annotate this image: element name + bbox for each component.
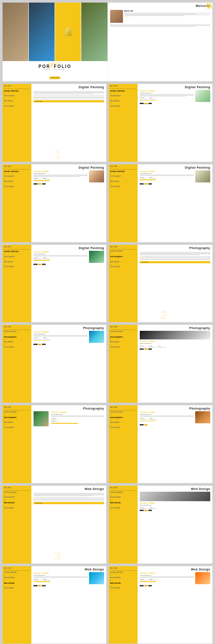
wd3-title: Web Design xyxy=(34,568,104,571)
ph3-image xyxy=(140,331,210,339)
wd4-title: Web Design xyxy=(140,568,210,571)
tag-1: TAG xyxy=(140,103,143,104)
ph5-image xyxy=(195,411,210,423)
content-dp4: Digital Painting PROJECT NAME SHORT DESC… xyxy=(138,164,212,242)
dp4-image xyxy=(195,170,210,182)
content-ph-intro: Photography 2 LEARN MORE xyxy=(138,245,212,323)
dp4-title: Digital Painting xyxy=(140,166,210,169)
tag-3: TAG xyxy=(148,103,152,104)
wd2-image xyxy=(140,492,210,501)
content-dp2: Digital Painting PROJECT NAME SHORT DESC… xyxy=(138,84,212,162)
sidebar-dp1: WELCOME DIGITAL PAINTING + PHOTOGRAPHY +… xyxy=(3,84,31,162)
wd2-title: Web Design xyxy=(140,487,210,490)
dp3-project-name: PROJECT NAME xyxy=(34,170,88,173)
cover-name: NAME LASTNAME xyxy=(6,69,104,71)
sidebar-dp5: WELCOME DIGITAL PAINTING + PHOTOGRAPHY +… xyxy=(3,245,31,323)
slide-web-design-intro: WELCOME DIGITAL PAINTING + PHOTOGRAPHY +… xyxy=(3,486,106,564)
sidebar-wd2: WELCOME DIGITAL PAINTING + PHOTOGRAPHY +… xyxy=(109,486,138,564)
diagonal-pattern xyxy=(206,3,212,9)
cover-learn-more-button[interactable]: LEARN MORE xyxy=(49,77,60,79)
slides-grid: INTERACTIVE PORTFOLIO NAME LASTNAME LEAR… xyxy=(0,0,215,644)
sidebar-ph2: WELCOME DIGITAL PAINTING + PHOTOGRAPHY +… xyxy=(3,325,31,403)
cover-title: PORTFOLIO xyxy=(6,65,104,69)
dp5-image xyxy=(89,251,104,263)
sidebar-ph4: WELCOME DIGITAL PAINTING + PHOTOGRAPHY +… xyxy=(3,405,31,483)
dp4-project-name: PROJECT NAME xyxy=(140,170,194,173)
ph5-title: Photography xyxy=(140,407,210,410)
section-number-2: 2 xyxy=(160,308,168,321)
wd4-image xyxy=(195,572,210,584)
slide-web-design-4: WELCOME DIGITAL PAINTING + PHOTOGRAPHY +… xyxy=(109,566,212,644)
content-wd4: Web Design PROJECT NAME SHORT DESCRIPTIO… xyxy=(138,566,212,644)
sidebar-wd3: WELCOME DIGITAL PAINTING + PHOTOGRAPHY +… xyxy=(3,566,31,644)
ph3-title: Photography xyxy=(140,327,210,330)
slide-photography-3: WELCOME DIGITAL PAINTING + PHOTOGRAPHY +… xyxy=(109,325,212,403)
content-wd-intro: Web Design 3 LEARN MORE xyxy=(31,486,106,564)
slide-photography-5: WELCOME DIGITAL PAINTING + PHOTOGRAPHY +… xyxy=(109,405,212,483)
dp2-image xyxy=(195,90,210,102)
slide-web-design-2: WELCOME DIGITAL PAINTING + PHOTOGRAPHY +… xyxy=(109,486,212,564)
ph4-title: Photography xyxy=(34,407,104,410)
dp3-image xyxy=(89,170,104,182)
dp5-title: Digital Painting xyxy=(34,247,104,250)
section-number-1: 1 xyxy=(54,148,61,161)
dp3-title: Digital Painting xyxy=(34,166,104,169)
slide-digital-painting-5: WELCOME DIGITAL PAINTING + PHOTOGRAPHY +… xyxy=(3,245,106,323)
sidebar-dp4: WELCOME DIGITAL PAINTING + PHOTOGRAPHY +… xyxy=(109,164,138,242)
welcome-title: Welcome xyxy=(110,4,211,7)
content-wd3: Web Design PROJECT NAME SHORT DESCRIPTIO… xyxy=(31,566,106,644)
slide-photography-4: WELCOME DIGITAL PAINTING + PHOTOGRAPHY +… xyxy=(3,405,106,483)
content-ph5: Photography PROJECT NAME SHORT DESCRIPTI… xyxy=(138,405,212,483)
dp1-title: Digital Painting xyxy=(34,86,104,89)
wd-intro-title: Web Design xyxy=(34,487,104,490)
sidebar-wd4: WELCOME DIGITAL PAINTING + PHOTOGRAPHY +… xyxy=(109,566,138,644)
content-ph3: Photography PROJECT NAME SHORT DESCRIPTI… xyxy=(138,325,212,403)
sidebar-wd-intro: WELCOME DIGITAL PAINTING + PHOTOGRAPHY +… xyxy=(3,486,31,564)
dp5-project-name: PROJECT NAME xyxy=(34,251,88,253)
dp2-project-name: PROJECT NAME xyxy=(140,90,194,92)
content-ph4: Photography PROJECT NAME SHORT DESCRIPTI… xyxy=(31,405,106,483)
slide-digital-painting-2: WELCOME DIGITAL PAINTING + PHOTOGRAPHY +… xyxy=(109,84,212,162)
wd-learn-more-button[interactable]: LEARN MORE xyxy=(34,502,104,504)
slide-cover: INTERACTIVE PORTFOLIO NAME LASTNAME LEAR… xyxy=(3,3,212,81)
about-me-title: ABOUT ME xyxy=(124,10,211,12)
welcome-photo xyxy=(110,10,123,23)
sidebar-dp3: WELCOME DIGITAL PAINTING + PHOTOGRAPHY +… xyxy=(3,164,31,242)
slide-digital-painting-3: WELCOME DIGITAL PAINTING + PHOTOGRAPHY +… xyxy=(3,164,106,242)
sidebar-ph5: WELCOME DIGITAL PAINTING + PHOTOGRAPHY +… xyxy=(109,405,138,483)
section-number-3: 3 xyxy=(54,550,61,563)
ph-learn-more-button[interactable]: LEARN MORE xyxy=(140,261,210,263)
content-wd2: Web Design PROJECT NAME SHORT DESCRIPTIO… xyxy=(138,486,212,564)
content-dp3: Digital Painting PROJECT NAME SHORT DESC… xyxy=(31,164,106,242)
content-ph2: Photography PROJECT NAME SHORT DESCRIPTI… xyxy=(31,325,106,403)
sidebar-ph-intro: WELCOME DIGITAL PAINTING + PHOTOGRAPHY +… xyxy=(109,245,138,323)
content-dp1: Digital Painting 1 LEARN MORE xyxy=(31,84,106,162)
dp1-learn-more-button[interactable]: LEARN MORE xyxy=(34,100,104,102)
slide-photography-intro: WELCOME DIGITAL PAINTING + PHOTOGRAPHY +… xyxy=(109,245,212,323)
slide-photography-2: WELCOME DIGITAL PAINTING + PHOTOGRAPHY +… xyxy=(3,325,106,403)
ph-intro-title: Photography xyxy=(140,247,210,250)
sidebar-ph3: WELCOME DIGITAL PAINTING + PHOTOGRAPHY +… xyxy=(109,325,138,403)
ph2-title: Photography xyxy=(34,327,104,330)
tag-2: TAG xyxy=(144,103,147,104)
ph2-image xyxy=(89,331,104,343)
slide-web-design-3: WELCOME DIGITAL PAINTING + PHOTOGRAPHY +… xyxy=(3,566,106,644)
wd3-image xyxy=(89,572,104,584)
sidebar-dp2: WELCOME DIGITAL PAINTING + PHOTOGRAPHY +… xyxy=(109,84,138,162)
dp2-title: Digital Painting xyxy=(140,86,210,89)
content-dp5: Digital Painting PROJECT NAME SHORT DESC… xyxy=(31,245,106,323)
ph4-image xyxy=(34,411,49,426)
slide-digital-painting-4: WELCOME DIGITAL PAINTING + PHOTOGRAPHY +… xyxy=(109,164,212,242)
slide-digital-painting-intro: WELCOME DIGITAL PAINTING + PHOTOGRAPHY +… xyxy=(3,84,106,162)
